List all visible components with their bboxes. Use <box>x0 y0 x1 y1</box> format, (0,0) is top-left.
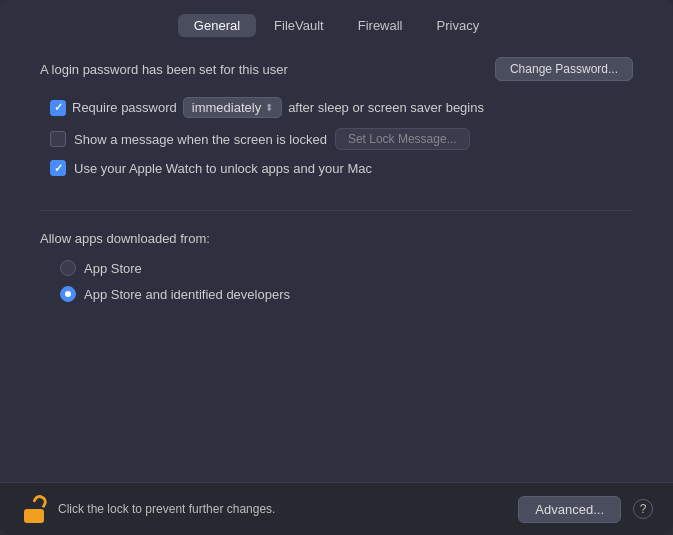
show-message-label: Show a message when the screen is locked <box>74 132 327 147</box>
security-preferences-window: General FileVault Firewall Privacy A log… <box>0 0 673 535</box>
app-store-identified-option-row: App Store and identified developers <box>40 286 633 302</box>
tab-general[interactable]: General <box>178 14 256 37</box>
require-password-row: Require password immediately ⬍ after sle… <box>40 97 633 118</box>
advanced-button[interactable]: Advanced... <box>518 496 621 523</box>
content-area: A login password has been set for this u… <box>0 37 673 482</box>
login-password-text: A login password has been set for this u… <box>40 62 288 77</box>
change-password-button[interactable]: Change Password... <box>495 57 633 81</box>
app-store-label: App Store <box>84 261 142 276</box>
tab-bar: General FileVault Firewall Privacy <box>0 0 673 37</box>
lock-icon[interactable] <box>20 495 48 523</box>
immediately-dropdown[interactable]: immediately ⬍ <box>183 97 282 118</box>
tab-firewall[interactable]: Firewall <box>342 14 419 37</box>
login-password-row: A login password has been set for this u… <box>40 57 633 81</box>
show-message-checkbox[interactable] <box>50 131 66 147</box>
footer: Click the lock to prevent further change… <box>0 482 673 535</box>
app-store-identified-radio[interactable] <box>60 286 76 302</box>
password-section: A login password has been set for this u… <box>40 57 633 211</box>
apple-watch-row: Use your Apple Watch to unlock apps and … <box>40 160 633 176</box>
immediately-value: immediately <box>192 100 261 115</box>
app-store-option-row: App Store <box>40 260 633 276</box>
set-lock-message-button[interactable]: Set Lock Message... <box>335 128 470 150</box>
app-store-identified-label: App Store and identified developers <box>84 287 290 302</box>
app-download-section: Allow apps downloaded from: App Store Ap… <box>40 211 633 312</box>
lock-body <box>24 509 44 523</box>
require-password-checkbox[interactable] <box>50 100 66 116</box>
lock-footer-text: Click the lock to prevent further change… <box>58 502 518 516</box>
show-message-row: Show a message when the screen is locked… <box>40 128 633 150</box>
require-password-label-after: after sleep or screen saver begins <box>288 100 484 115</box>
dropdown-arrow-icon: ⬍ <box>265 102 273 113</box>
allow-apps-title: Allow apps downloaded from: <box>40 231 633 246</box>
apple-watch-label: Use your Apple Watch to unlock apps and … <box>74 161 372 176</box>
app-store-radio[interactable] <box>60 260 76 276</box>
apple-watch-checkbox[interactable] <box>50 160 66 176</box>
require-password-label-before: Require password <box>72 100 177 115</box>
lock-shackle <box>32 493 49 509</box>
tab-filevault[interactable]: FileVault <box>258 14 340 37</box>
tab-privacy[interactable]: Privacy <box>421 14 496 37</box>
help-button[interactable]: ? <box>633 499 653 519</box>
